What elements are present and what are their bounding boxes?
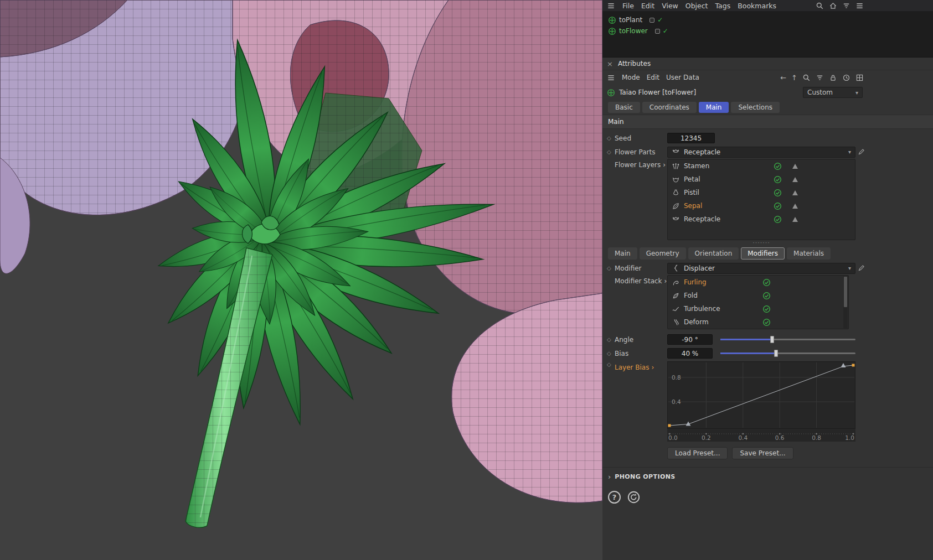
edit-pencil-icon[interactable] [858, 148, 865, 155]
history-clock-icon[interactable] [842, 74, 850, 82]
filter-icon[interactable] [816, 74, 824, 82]
solo-triangle-icon[interactable] [792, 164, 798, 169]
solo-triangle-icon[interactable] [792, 190, 798, 195]
curve-point-handle[interactable] [852, 364, 855, 367]
layer-row-receptacle[interactable]: Receptacle [668, 212, 855, 226]
object-row-toplant[interactable]: toPlant ✓ [606, 14, 695, 25]
tab-main[interactable]: Main [699, 102, 729, 113]
pistil-icon [672, 189, 680, 197]
layout-grid-icon[interactable] [855, 74, 864, 82]
layer-bias-curve-editor[interactable]: 0.8 0.4 0.0 [667, 361, 855, 442]
enabled-check-icon[interactable] [762, 278, 771, 287]
object-row-toflower[interactable]: toFlower ✓ [606, 25, 695, 37]
list-menu-icon[interactable] [855, 2, 864, 10]
home-icon[interactable] [829, 2, 837, 10]
menu-edit[interactable]: Edit [641, 2, 654, 10]
curve-point-handle[interactable] [668, 424, 671, 427]
filter-icon[interactable] [842, 2, 850, 10]
solo-triangle-icon[interactable] [792, 217, 798, 222]
enabled-check-icon[interactable] [762, 305, 771, 313]
subtab-orientation[interactable]: Orientation [688, 247, 739, 260]
menu-object[interactable]: Object [685, 2, 708, 10]
scrollbar-thumb[interactable] [844, 277, 847, 307]
tab-coordinates[interactable]: Coordinates [642, 102, 697, 113]
key-diamond-icon[interactable]: ◇ [607, 361, 615, 367]
menu-tags[interactable]: Tags [715, 2, 731, 10]
solo-triangle-icon[interactable] [792, 204, 798, 209]
tab-selections[interactable]: Selections [731, 102, 780, 113]
attribute-tabs: Basic Coordinates Main Selections [602, 100, 933, 115]
subtab-materials[interactable]: Materials [787, 247, 831, 260]
layer-row-stamen[interactable]: Stamen [668, 159, 855, 173]
preset-dropdown-value: Custom [807, 89, 833, 96]
bias-slider-knob[interactable] [774, 350, 778, 357]
bias-slider[interactable] [720, 349, 855, 357]
resize-handle[interactable]: ······· [667, 240, 855, 246]
enabled-check-icon[interactable] [762, 318, 771, 326]
modifier-value: Displacer [684, 265, 844, 272]
layer-row-petal[interactable]: Petal [668, 173, 855, 186]
up-arrow-icon[interactable]: ↑ [791, 74, 797, 81]
hamburger-menu-icon[interactable] [607, 74, 615, 82]
angle-slider[interactable] [720, 335, 855, 344]
key-diamond-icon[interactable]: ◇ [607, 135, 615, 141]
menu-edit-attr[interactable]: Edit [647, 74, 659, 81]
stack-row-fold[interactable]: Fold [668, 289, 848, 302]
phong-options-section[interactable]: › PHONG OPTIONS [602, 467, 933, 481]
back-arrow-icon[interactable]: ← [780, 74, 786, 81]
preset-dropdown[interactable]: Custom ▾ [803, 87, 863, 98]
layer-row-sepal[interactable]: Sepal [668, 199, 855, 212]
key-diamond-icon[interactable]: ◇ [607, 350, 615, 356]
bias-input[interactable] [667, 348, 713, 359]
stack-row-turbulence[interactable]: Turbulence [668, 302, 848, 315]
key-diamond-icon[interactable]: ◇ [607, 336, 615, 343]
hamburger-menu-icon[interactable] [607, 2, 615, 10]
stack-row-deform[interactable]: Deform [668, 315, 848, 329]
angle-slider-knob[interactable] [770, 336, 774, 343]
section-header-main[interactable]: Main [602, 115, 933, 129]
menu-file[interactable]: File [622, 2, 634, 10]
enabled-check-icon[interactable] [762, 292, 771, 300]
menu-view[interactable]: View [662, 2, 678, 10]
load-preset-button[interactable]: Load Preset... [667, 447, 728, 459]
key-diamond-icon[interactable]: ◇ [607, 265, 615, 271]
layer-badge-icon[interactable] [655, 29, 660, 34]
lock-icon[interactable] [829, 74, 837, 82]
edit-pencil-icon[interactable] [858, 264, 865, 272]
x-tick-label: 0.4 [738, 434, 748, 441]
search-icon[interactable] [802, 74, 811, 82]
help-glyph: ? [612, 493, 617, 501]
subtab-modifiers[interactable]: Modifiers [741, 247, 785, 260]
tab-basic[interactable]: Basic [608, 102, 640, 113]
stack-row-furling[interactable]: Furling [668, 276, 848, 289]
enabled-check-icon[interactable] [774, 175, 782, 184]
close-icon[interactable]: × [607, 60, 613, 68]
menu-user-data[interactable]: User Data [666, 74, 699, 81]
enabled-check-icon[interactable] [774, 162, 782, 170]
enabled-check-icon[interactable] [774, 202, 782, 210]
x-tick-label: 0.8 [812, 434, 821, 441]
save-preset-button[interactable]: Save Preset... [732, 447, 793, 459]
scrollbar[interactable] [843, 276, 848, 328]
help-button[interactable]: ? [608, 491, 621, 504]
modifier-dropdown[interactable]: Displacer ▾ [667, 263, 855, 274]
subtab-geometry[interactable]: Geometry [640, 247, 686, 260]
layer-row-pistil[interactable]: Pistil [668, 186, 855, 199]
key-diamond-icon[interactable]: ◇ [607, 149, 615, 155]
seed-input[interactable] [667, 133, 715, 143]
flower-parts-dropdown[interactable]: Receptacle ▾ [667, 147, 855, 158]
reset-rotate-button[interactable] [627, 491, 640, 504]
enabled-check-icon[interactable] [774, 215, 782, 224]
menu-bookmarks[interactable]: Bookmarks [738, 2, 776, 10]
layer-badge-icon[interactable] [650, 18, 654, 23]
solo-triangle-icon[interactable] [792, 177, 798, 182]
menu-mode[interactable]: Mode [622, 74, 640, 81]
angle-input[interactable] [667, 334, 713, 345]
search-icon[interactable] [816, 2, 824, 10]
enabled-check-icon[interactable] [774, 189, 782, 197]
layer-bias-row: ◇ Layer Bias› 0.8 0.4 [602, 361, 933, 442]
subtab-main[interactable]: Main [608, 247, 637, 260]
enabled-check-icon[interactable]: ✓ [657, 17, 663, 23]
enabled-check-icon[interactable]: ✓ [663, 28, 668, 34]
viewport-3d[interactable] [0, 0, 602, 560]
